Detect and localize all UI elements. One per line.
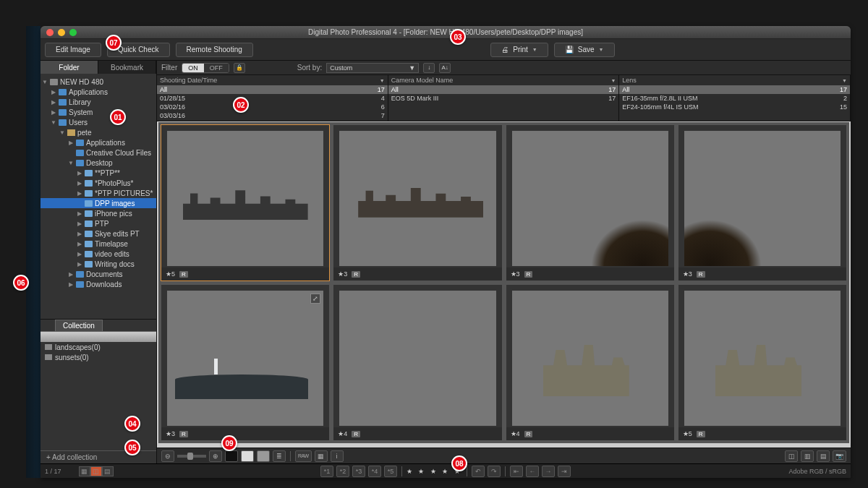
save-button[interactable]: 💾Save▼ bbox=[554, 43, 615, 57]
meta-row[interactable]: 03/03/167 bbox=[157, 111, 388, 120]
add-collection-button[interactable]: + Add collection bbox=[41, 450, 156, 463]
meta-list-lens[interactable]: All17EF16-35mm f/2.8L II USM2EF24-105mm … bbox=[619, 85, 851, 121]
tree-node[interactable]: ▶Library bbox=[41, 97, 156, 107]
tree-node[interactable]: ▶System bbox=[41, 107, 156, 117]
tree-node[interactable]: ▶Timelapse bbox=[41, 239, 156, 249]
sort-dropdown[interactable]: Custom▼ bbox=[326, 63, 419, 73]
tree-node[interactable]: ▼Desktop bbox=[41, 158, 156, 168]
thumbnail[interactable]: ★5R bbox=[161, 125, 329, 281]
thumbnail[interactable]: ★3R bbox=[678, 125, 846, 281]
detail-view-icon[interactable]: ▤ bbox=[102, 466, 114, 476]
tab-collection[interactable]: Collection bbox=[55, 320, 103, 331]
bg-light-button[interactable] bbox=[257, 450, 270, 462]
folder-tree[interactable]: ▼NEW HD 480 ▶Applications ▶Library ▶Syst… bbox=[41, 74, 156, 319]
collection-item[interactable]: sunsets(0) bbox=[41, 352, 156, 362]
check5[interactable]: *5 bbox=[384, 466, 397, 477]
minimize-icon[interactable] bbox=[58, 29, 65, 36]
print-button[interactable]: 🖨Print▼ bbox=[490, 43, 548, 57]
check1[interactable]: *1 bbox=[320, 466, 333, 477]
view-switch[interactable]: ▦ ◫ ▤ bbox=[79, 466, 114, 476]
tree-node[interactable]: ▶**PTP** bbox=[41, 168, 156, 178]
tree-node[interactable]: ▶Downloads bbox=[41, 279, 156, 289]
quick-check-button[interactable]: Quick Check bbox=[107, 43, 170, 57]
zoom-icon[interactable] bbox=[69, 29, 77, 36]
zoom-out-button[interactable]: ⊖ bbox=[161, 450, 174, 462]
meta-row[interactable]: 03/02/166 bbox=[157, 103, 388, 111]
prev-button[interactable]: ⇤ bbox=[510, 466, 523, 477]
tree-node[interactable]: ▼Users bbox=[41, 117, 156, 127]
meta-row[interactable]: 01/28/154 bbox=[157, 94, 388, 103]
meta-row[interactable]: EF16-35mm f/2.8L II USM2 bbox=[619, 94, 850, 103]
rotate-left-button[interactable]: ↶ bbox=[472, 466, 485, 477]
rotate-right-button[interactable]: ↷ bbox=[488, 466, 501, 477]
tree-node[interactable]: ▶Writing docs bbox=[41, 259, 156, 269]
sort-az-button[interactable]: A↓ bbox=[439, 63, 451, 73]
thumbnail-grid[interactable]: ★5R★3R★3R★3R⤢★3R★4R★4R★5R bbox=[157, 121, 851, 445]
tree-node[interactable]: ▶*PTP PICTURES* bbox=[41, 188, 156, 198]
tree-node[interactable]: ▶Applications bbox=[41, 87, 156, 97]
meta-header-camera[interactable]: Camera Model Name▼ bbox=[388, 75, 620, 85]
star-rating[interactable]: ★ ★ ★ ★ ★ bbox=[407, 468, 462, 475]
thumbnail[interactable]: ★3R bbox=[506, 125, 674, 281]
raw-filter-button[interactable]: RAW bbox=[295, 450, 312, 462]
check2[interactable]: *2 bbox=[336, 466, 349, 477]
expand-icon[interactable]: ⤢ bbox=[310, 294, 320, 304]
tree-node[interactable]: ▶iPhone pics bbox=[41, 208, 156, 218]
meta-header-lens[interactable]: Lens▼ bbox=[619, 75, 851, 85]
remote-shooting-button[interactable]: Remote Shooting bbox=[176, 43, 253, 57]
filter-toggle[interactable]: ON OFF bbox=[182, 63, 229, 73]
traffic-lights[interactable] bbox=[46, 29, 77, 36]
tree-node[interactable]: ▶*PhotoPlus* bbox=[41, 178, 156, 188]
camera-icon[interactable]: 📷 bbox=[833, 450, 846, 462]
thumbnail[interactable]: ★5R bbox=[678, 285, 846, 440]
tree-node-disk[interactable]: ▼NEW HD 480 bbox=[41, 77, 156, 87]
meta-row[interactable]: All17 bbox=[157, 85, 388, 94]
meta-list-date[interactable]: All1701/28/15403/02/16603/03/167 bbox=[157, 85, 388, 121]
tree-node-user[interactable]: ▼pete bbox=[41, 127, 156, 137]
tab-bookmark[interactable]: Bookmark bbox=[98, 61, 156, 74]
grid-button[interactable]: ▦ bbox=[315, 450, 328, 462]
split-view-icon[interactable]: ◫ bbox=[90, 466, 102, 476]
fwd-button[interactable]: → bbox=[542, 466, 555, 477]
panel-toggle-3[interactable]: ▤ bbox=[817, 450, 830, 462]
thumbnail[interactable]: ★3R bbox=[333, 125, 501, 281]
bg-black-button[interactable] bbox=[225, 450, 238, 462]
edit-image-button[interactable]: Edit Image bbox=[45, 43, 101, 57]
info-button[interactable]: i bbox=[331, 450, 344, 462]
check4[interactable]: *4 bbox=[368, 466, 381, 477]
zoom-slider[interactable] bbox=[177, 455, 206, 458]
meta-row[interactable]: EOS 5D Mark III17 bbox=[388, 94, 619, 103]
window-titlebar[interactable]: Digital Photo Professional 4 - [Folder: … bbox=[41, 26, 851, 39]
next-button[interactable]: ⇥ bbox=[558, 466, 571, 477]
lock-icon[interactable]: 🔒 bbox=[234, 63, 245, 73]
thumbnail[interactable]: ★4R bbox=[333, 285, 501, 440]
thumbnail[interactable]: ★4R bbox=[506, 285, 674, 440]
check3[interactable]: *3 bbox=[352, 466, 365, 477]
panel-toggle-1[interactable]: ◫ bbox=[785, 450, 798, 462]
meta-row[interactable]: EF24-105mm f/4L IS USM15 bbox=[619, 103, 850, 111]
tab-folder[interactable]: Folder bbox=[41, 61, 98, 74]
close-icon[interactable] bbox=[46, 29, 54, 36]
tree-node[interactable]: ▶Documents bbox=[41, 269, 156, 279]
zoom-in-button[interactable]: ⊕ bbox=[209, 450, 222, 462]
panel-toggle-2[interactable]: ▥ bbox=[801, 450, 814, 462]
meta-list-camera[interactable]: All17EOS 5D Mark III17 bbox=[388, 85, 620, 121]
sort-asc-button[interactable]: ↓ bbox=[423, 63, 435, 73]
meta-row[interactable]: All17 bbox=[388, 85, 619, 94]
tree-node[interactable]: ▶Applications bbox=[41, 137, 156, 147]
meta-header-date[interactable]: Shooting Date/Time▼ bbox=[157, 75, 388, 85]
back-button[interactable]: ← bbox=[526, 466, 539, 477]
bg-gray-button[interactable] bbox=[241, 450, 254, 462]
filter-on[interactable]: ON bbox=[182, 64, 204, 72]
list-view-button[interactable]: ≣ bbox=[273, 450, 286, 462]
tree-node[interactable]: ▶Skye edits PT bbox=[41, 228, 156, 239]
tree-node[interactable]: ▶video edits bbox=[41, 249, 156, 259]
thumbnail[interactable]: ⤢★3R bbox=[161, 285, 329, 440]
grid-view-icon[interactable]: ▦ bbox=[79, 466, 90, 476]
filter-off[interactable]: OFF bbox=[204, 64, 229, 72]
tree-node-selected[interactable]: DPP images bbox=[41, 198, 156, 208]
meta-row[interactable]: All17 bbox=[619, 85, 850, 94]
tree-node[interactable]: ▶PTP bbox=[41, 218, 156, 228]
tree-node[interactable]: Creative Cloud Files bbox=[41, 147, 156, 158]
collection-item[interactable]: landscapes(0) bbox=[41, 342, 156, 352]
